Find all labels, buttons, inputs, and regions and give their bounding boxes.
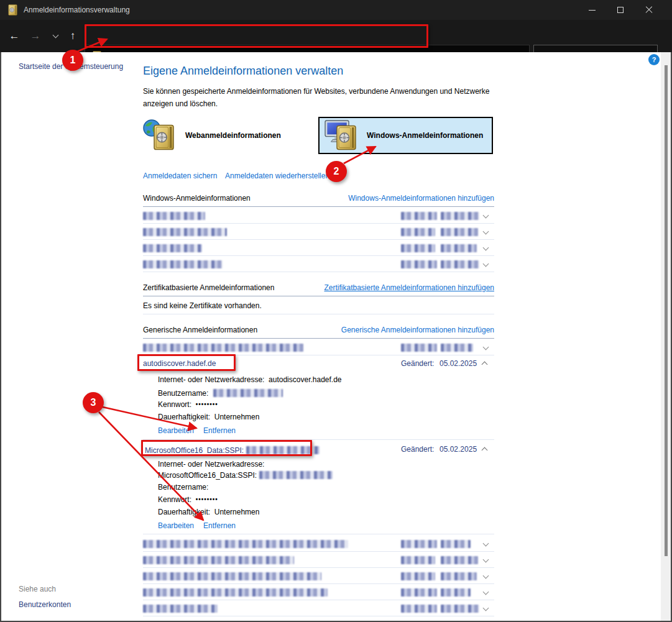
sidebar-item-home[interactable]: Startseite der Systemsteuerung bbox=[19, 62, 123, 71]
remove-link[interactable]: Entfernen bbox=[203, 521, 236, 530]
redacted-date bbox=[441, 588, 471, 597]
generic-credentials-list-bottom bbox=[143, 536, 494, 616]
window-title: Anmeldeinformationsverwaltung bbox=[24, 0, 130, 20]
redacted-modified-label bbox=[401, 228, 435, 236]
up-button[interactable]: ↑ bbox=[65, 20, 81, 52]
vault-web-label: Webanmeldeinformationen bbox=[185, 131, 281, 140]
address-label: Internet- oder Netzwerkadresse: bbox=[158, 460, 264, 469]
modified-label: Geändert: bbox=[401, 359, 434, 368]
username-label: Benutzername: bbox=[158, 483, 208, 492]
vault-windows-credentials[interactable]: Windows-Anmeldeinformationen bbox=[318, 117, 493, 154]
chevron-down-icon[interactable] bbox=[483, 557, 489, 563]
redacted-date bbox=[441, 228, 478, 236]
chevron-up-icon[interactable] bbox=[482, 362, 488, 368]
add-certificate-credential-link[interactable]: Zertifikatbasierte Anmeldeinformationen … bbox=[324, 283, 495, 292]
scrollbar-thumb[interactable] bbox=[665, 65, 668, 556]
credential-row-redacted[interactable] bbox=[143, 256, 494, 272]
edit-link[interactable]: Bearbeiten bbox=[158, 521, 194, 530]
maximize-button[interactable] bbox=[606, 0, 635, 20]
minimize-icon bbox=[589, 10, 596, 11]
redacted-modified-label bbox=[401, 556, 435, 564]
forward-button[interactable]: → bbox=[27, 20, 44, 52]
chevron-down-icon[interactable] bbox=[483, 605, 489, 611]
redacted-name bbox=[143, 572, 321, 580]
credential-row-redacted[interactable] bbox=[143, 552, 494, 568]
close-button[interactable] bbox=[635, 0, 663, 20]
redacted-modified-label bbox=[401, 212, 437, 220]
credential-row-redacted[interactable] bbox=[143, 240, 494, 256]
add-windows-credential-link[interactable]: Windows-Anmeldeinformationen hinzufügen bbox=[348, 194, 494, 203]
credential-name[interactable]: MicrosoftOffice16_Data:SSPI: bbox=[145, 445, 320, 455]
minimize-button[interactable] bbox=[578, 0, 606, 20]
credential-name-redacted bbox=[246, 446, 320, 454]
credential-row-redacted[interactable] bbox=[143, 536, 494, 552]
persistence-value: Unternehmen bbox=[214, 413, 260, 421]
address-redacted bbox=[259, 471, 333, 479]
chevron-down-icon[interactable] bbox=[483, 573, 489, 579]
backup-credentials-link[interactable]: Anmeldedaten sichern bbox=[143, 172, 217, 180]
vault-web-credentials[interactable]: Webanmeldeinformationen bbox=[143, 117, 281, 154]
redacted-name bbox=[143, 588, 328, 597]
address-value-prefix: MicrosoftOffice16_Data:SSPI: bbox=[158, 471, 257, 480]
recent-pages-button[interactable] bbox=[48, 20, 62, 52]
section-title: Generische Anmeldeinformationen bbox=[143, 326, 257, 334]
credential-row-redacted[interactable] bbox=[143, 584, 494, 600]
chevron-up-icon[interactable] bbox=[482, 447, 488, 454]
chevron-down-icon[interactable] bbox=[483, 261, 489, 267]
up-icon: ↑ bbox=[70, 30, 76, 42]
sidebar-item-user-accounts[interactable]: Benutzerkonten bbox=[19, 600, 71, 609]
credential-row-redacted[interactable] bbox=[143, 208, 494, 224]
password-label: Kennwort: bbox=[158, 495, 191, 504]
redacted-modified-label bbox=[401, 588, 437, 597]
chevron-down-icon[interactable] bbox=[483, 541, 489, 547]
sidebar-see-also-label: Siehe auch bbox=[19, 585, 56, 593]
modified-date: 05.02.2025 bbox=[440, 445, 477, 454]
page-description: Sie können gespeicherte Anmeldeinformati… bbox=[143, 85, 502, 110]
windows-credentials-icon bbox=[324, 118, 359, 153]
chevron-down-icon[interactable] bbox=[483, 245, 489, 251]
section-certificate-credentials: Zertifikatbasierte Anmeldeinformationen … bbox=[143, 281, 494, 296]
section-title: Zertifikatbasierte Anmeldeinformationen bbox=[143, 283, 274, 292]
chevron-down-icon bbox=[52, 32, 58, 38]
redacted-name bbox=[143, 556, 294, 564]
back-button[interactable]: ← bbox=[6, 20, 22, 52]
credential-name[interactable]: autodiscover.hadef.de bbox=[143, 359, 216, 368]
title-bar: Anmeldeinformationsverwaltung bbox=[0, 0, 672, 20]
chevron-down-icon[interactable] bbox=[483, 213, 489, 219]
redacted-name bbox=[143, 244, 202, 252]
edit-link[interactable]: Bearbeiten bbox=[158, 426, 194, 435]
web-credentials-icon bbox=[143, 118, 178, 153]
credential-row-redacted[interactable] bbox=[143, 600, 494, 616]
credential-entry-office: MicrosoftOffice16_Data:SSPI: Geändert: 0… bbox=[143, 441, 494, 534]
redacted-date bbox=[441, 212, 479, 220]
chevron-down-icon[interactable] bbox=[483, 344, 489, 350]
credential-entry-autodiscover: autodiscover.hadef.de Geändert: 05.02.20… bbox=[143, 355, 494, 440]
certificate-empty-text: Es sind keine Zertifikate vorhanden. bbox=[143, 301, 262, 310]
modified-date: 05.02.2025 bbox=[440, 359, 477, 368]
chevron-down-icon[interactable] bbox=[483, 229, 489, 235]
redacted-date bbox=[441, 244, 477, 252]
credential-row-redacted[interactable] bbox=[143, 224, 494, 240]
username-redacted bbox=[213, 389, 283, 397]
credential-row-redacted[interactable] bbox=[143, 568, 494, 584]
redacted-name bbox=[143, 212, 205, 220]
help-icon[interactable]: ? bbox=[648, 54, 660, 65]
page-title: Eigene Anmeldeinformationen verwalten bbox=[143, 65, 343, 78]
redacted-modified-label bbox=[401, 244, 435, 252]
chevron-down-icon[interactable] bbox=[483, 589, 489, 595]
redacted-name bbox=[143, 344, 303, 352]
redacted-modified-label bbox=[401, 572, 435, 580]
username-label: Benutzername: bbox=[158, 389, 208, 398]
section-title: Windows-Anmeldeinformationen bbox=[143, 194, 251, 203]
add-generic-credential-link[interactable]: Generische Anmeldeinformationen hinzufüg… bbox=[341, 326, 494, 334]
navigation-bar: ← → ↑ › Systemsteuerung › Alle Systemste… bbox=[0, 20, 672, 52]
persistence-label: Dauerhaftigkeit: bbox=[158, 508, 210, 516]
credential-manager-window: Anmeldeinformationsverwaltung ← → ↑ › Sy… bbox=[0, 0, 672, 622]
modified-label: Geändert: bbox=[401, 445, 434, 454]
credential-row-redacted[interactable] bbox=[143, 339, 494, 355]
remove-link[interactable]: Entfernen bbox=[203, 426, 236, 435]
password-label: Kennwort: bbox=[158, 400, 191, 409]
redacted-modified-label bbox=[401, 605, 437, 613]
redacted-date bbox=[441, 260, 479, 268]
restore-credentials-link[interactable]: Anmeldedaten wiederherstellen bbox=[225, 172, 329, 180]
